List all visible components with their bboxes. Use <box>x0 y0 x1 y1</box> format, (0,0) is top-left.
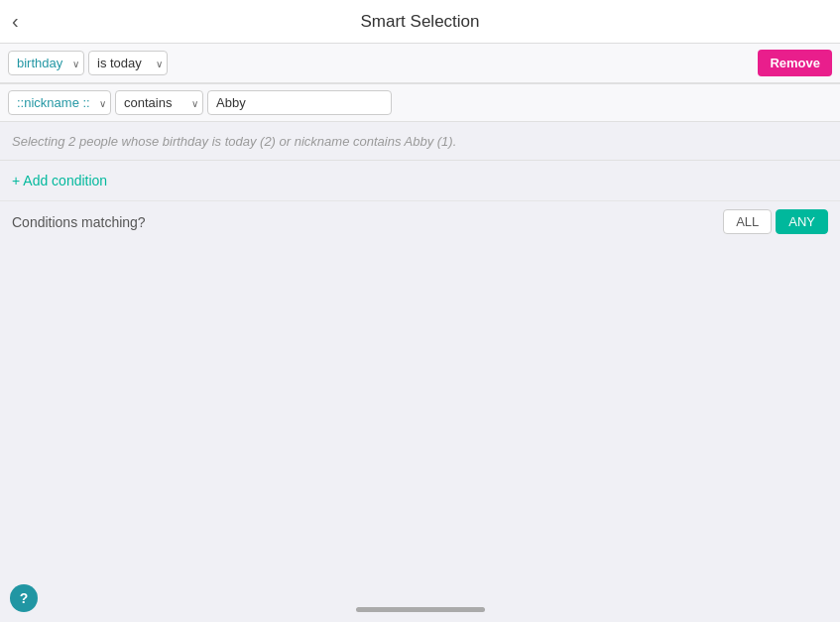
description-text: Selecting 2 people whose birthday is tod… <box>12 134 456 149</box>
empty-area <box>0 242 840 589</box>
operator-select-1[interactable]: is today is is before is after is empty <box>88 51 168 75</box>
add-condition-row: + Add condition <box>0 161 840 200</box>
value-input-2[interactable] <box>207 90 392 115</box>
remove-button[interactable]: Remove <box>758 50 832 76</box>
field-select-2[interactable]: ::nickname :: name email <box>8 90 111 115</box>
field-select-wrapper-2: ::nickname :: name email <box>8 90 111 115</box>
field-select-wrapper-1: birthday name email <box>8 51 84 75</box>
field-select-1[interactable]: birthday name email <box>8 51 84 75</box>
conditions-matching-row: Conditions matching? ALL ANY <box>0 200 840 242</box>
add-condition-button[interactable]: + Add condition <box>12 173 107 188</box>
operator-select-wrapper-1: is today is is before is after is empty <box>88 51 168 75</box>
conditions-matching-label: Conditions matching? <box>12 214 723 230</box>
condition-row-1: birthday name email is today is is befor… <box>0 44 840 83</box>
description-row: Selecting 2 people whose birthday is tod… <box>0 122 840 161</box>
match-any-button[interactable]: ANY <box>776 209 828 234</box>
back-button[interactable]: ‹ <box>12 10 19 33</box>
match-all-button[interactable]: ALL <box>723 209 772 234</box>
page-title: Smart Selection <box>361 12 480 32</box>
operator-select-2[interactable]: contains is starts with ends with is emp… <box>115 90 203 115</box>
operator-select-wrapper-2: contains is starts with ends with is emp… <box>115 90 203 115</box>
help-button[interactable]: ? <box>10 584 38 612</box>
top-bar: ‹ Smart Selection <box>0 0 840 44</box>
condition-row-2: ::nickname :: name email contains is sta… <box>0 83 840 122</box>
bottom-handle <box>356 607 485 612</box>
match-options: ALL ANY <box>723 209 828 234</box>
main-content: birthday name email is today is is befor… <box>0 44 840 622</box>
